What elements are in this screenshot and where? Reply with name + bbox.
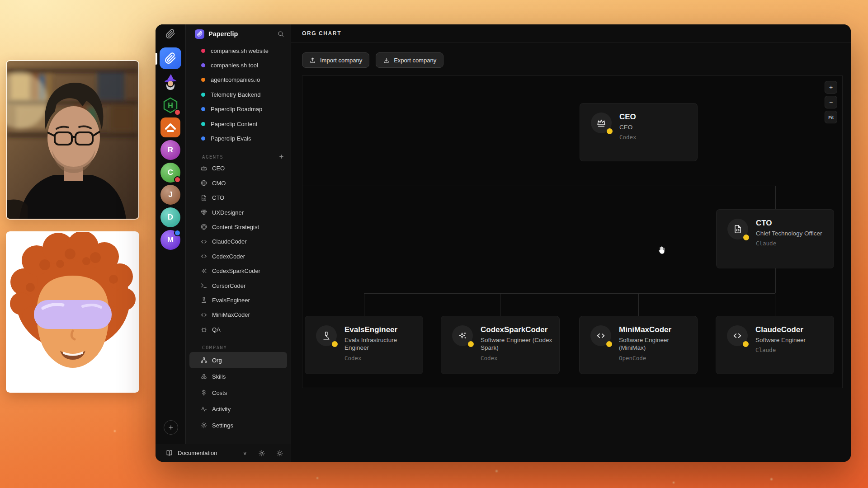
- avatar[interactable]: C: [160, 163, 180, 183]
- status-dot: [607, 128, 613, 134]
- sidebar-project-row[interactable]: companies.sh website: [186, 43, 291, 58]
- agent-label: CMO: [212, 180, 226, 187]
- chevron-down-icon[interactable]: v: [244, 450, 247, 456]
- sidebar-item-activity[interactable]: Activity: [186, 401, 291, 417]
- connector-line: [500, 293, 500, 316]
- sidebar-agent-minimaxcoder[interactable]: MiniMaxCoder: [186, 308, 291, 322]
- connector-line: [302, 186, 775, 186]
- org-node-ceo[interactable]: CEOCEOCodex: [580, 103, 698, 161]
- notification-badge: [174, 230, 181, 236]
- node-model: Codex: [481, 355, 553, 361]
- org-node-evalsengineer[interactable]: EvalsEngineerEvals Infrastructure Engine…: [305, 316, 423, 374]
- sidebar-agent-cursorcoder[interactable]: CursorCoder: [186, 278, 291, 293]
- sidebar-project-row[interactable]: agentcompanies.io: [186, 73, 291, 87]
- toolbar: Import company Export company: [302, 52, 443, 68]
- ember-particle: [495, 470, 498, 472]
- project-label: Telemetry Backend: [211, 91, 261, 98]
- connector-line: [364, 293, 775, 294]
- active-app-indicator: [156, 53, 157, 65]
- connector-line: [775, 293, 775, 316]
- app-title: Paperclip: [208, 30, 273, 38]
- sidebar-item-settings[interactable]: Settings: [186, 417, 291, 433]
- sidebar-project-row[interactable]: Paperclip Evals: [186, 131, 291, 145]
- sidebar-agent-cmo[interactable]: CMO: [186, 176, 291, 190]
- terminal-icon: [200, 282, 208, 289]
- add-workspace-button[interactable]: [164, 420, 178, 435]
- sidebar-agent-cto[interactable]: CTO: [186, 191, 291, 205]
- sidebar-agent-qa[interactable]: QA: [186, 322, 291, 337]
- zoom-out-button[interactable]: −: [825, 96, 837, 108]
- ember-particle: [114, 430, 116, 432]
- sidebar-project-row[interactable]: companies.sh tool: [186, 58, 291, 72]
- project-label: companies.sh tool: [211, 62, 258, 69]
- agent-label: CodexCoder: [212, 253, 245, 260]
- sidebar-project-row[interactable]: Paperclip Content: [186, 117, 291, 131]
- sidebar-item-org[interactable]: Org: [189, 352, 287, 368]
- agents-section-header: AGENTS: [186, 152, 291, 161]
- org-node-claudecoder[interactable]: ClaudeCoderSoftware EngineerClaude: [716, 316, 834, 374]
- sidebar-agent-claudecoder[interactable]: ClaudeCoder: [186, 235, 291, 249]
- wizard-icon: [160, 72, 180, 92]
- app-tile-paperclip[interactable]: [160, 47, 181, 69]
- sidebar-agent-content-strategist[interactable]: Content Strategist: [186, 220, 291, 234]
- sidebar-agent-evalsengineer[interactable]: EvalsEngineer: [186, 293, 291, 307]
- org-node-codexsparkcoder[interactable]: CodexSparkCoderSoftware Engineer (Codex …: [441, 316, 560, 374]
- avatar[interactable]: D: [160, 207, 180, 227]
- project-color-dot: [201, 63, 205, 67]
- agent-label: QA: [212, 326, 221, 333]
- sidebar-footer: Documentation v: [156, 444, 291, 462]
- node-name: MiniMaxCoder: [619, 325, 691, 334]
- code-icon: [200, 253, 208, 260]
- add-agent-button[interactable]: [278, 154, 284, 160]
- sparkles-icon: [200, 267, 208, 275]
- company-label: Org: [212, 357, 222, 364]
- search-icon[interactable]: [277, 30, 284, 38]
- org-node-cto[interactable]: CTOChief Technology OfficerClaude: [716, 209, 834, 268]
- app-tile-hexagon-h[interactable]: H: [160, 95, 180, 115]
- company-label: Costs: [212, 389, 227, 396]
- agent-label: CodexSparkCoder: [212, 267, 260, 274]
- paperclip-icon: [165, 52, 176, 64]
- avatar[interactable]: R: [160, 140, 180, 160]
- sidebar-item-skills[interactable]: Skills: [186, 368, 291, 385]
- crown-icon: [591, 113, 612, 133]
- import-company-label: Import company: [320, 57, 362, 64]
- node-model: Codex: [344, 355, 416, 361]
- node-role: Software Engineer (MiniMax): [619, 336, 691, 352]
- node-role: Chief Technology Officer: [756, 230, 822, 238]
- sidebar-agent-ceo[interactable]: CEO: [186, 161, 291, 176]
- page-title: ORG CHART: [302, 30, 341, 37]
- node-role: Software Engineer: [755, 336, 806, 344]
- avatar[interactable]: M: [160, 230, 180, 250]
- sparkles-icon: [452, 325, 473, 346]
- org-chart-canvas[interactable]: + − Fit CEOCEOCo: [302, 75, 843, 388]
- sidebar-item-costs[interactable]: Costs: [186, 385, 291, 401]
- book-icon: [165, 449, 173, 457]
- sidebar-project-row[interactable]: Telemetry Backend: [186, 87, 291, 102]
- connector-line: [775, 268, 776, 293]
- sun-icon[interactable]: [276, 450, 283, 457]
- import-company-button[interactable]: Import company: [302, 52, 369, 68]
- sidebar-agent-uxdesigner[interactable]: UXDesigner: [186, 205, 291, 220]
- app-tile-wizard[interactable]: [160, 72, 180, 92]
- org-node-minimaxcoder[interactable]: MiniMaxCoderSoftware Engineer (MiniMax)O…: [579, 316, 698, 374]
- avatar-letter: R: [168, 145, 173, 155]
- project-color-dot: [201, 122, 205, 126]
- sidebar-agent-codexcoder[interactable]: CodexCoder: [186, 249, 291, 263]
- avatar[interactable]: J: [160, 185, 180, 205]
- main-panel: ORG CHART Import company Export company …: [291, 24, 851, 462]
- documentation-link[interactable]: Documentation: [178, 450, 239, 456]
- zoom-in-button[interactable]: +: [825, 81, 837, 94]
- sidebar-agent-codexsparkcoder[interactable]: CodexSparkCoder: [186, 263, 291, 278]
- sidebar-project-row[interactable]: Paperclip Roadmap: [186, 102, 291, 117]
- status-dot: [743, 341, 749, 347]
- gear-icon[interactable]: [258, 450, 265, 457]
- avatar-letter: J: [168, 190, 172, 199]
- app-tile-home[interactable]: [160, 117, 180, 137]
- export-company-button[interactable]: Export company: [376, 52, 443, 68]
- ember-particle: [770, 478, 773, 480]
- globe-icon: [200, 179, 208, 187]
- fit-view-button[interactable]: Fit: [825, 111, 837, 123]
- company-label: Activity: [212, 406, 231, 413]
- paperclip-logo-icon: [165, 29, 175, 39]
